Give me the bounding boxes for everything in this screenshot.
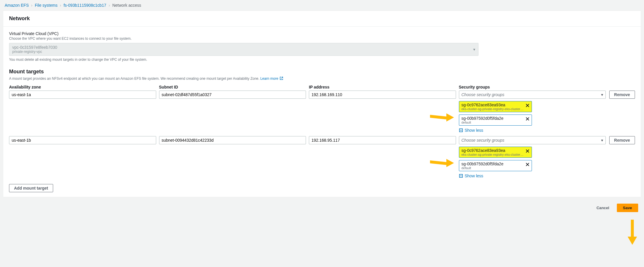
col-ip-header: IP address (309, 85, 456, 89)
vpc-selected-id: vpc-0c31597e8feeb7030 (12, 45, 469, 50)
collapse-icon (459, 128, 463, 132)
ip-input[interactable] (309, 91, 456, 99)
close-icon[interactable] (525, 117, 530, 121)
table-row: Choose security groups ▾ sg-0c9762ace83e… (9, 136, 635, 178)
security-group-chip: sg-0c9762ace83ea93ea eks-cluster-sg-priv… (459, 147, 532, 158)
chevron-right-icon: › (60, 3, 61, 8)
vpc-hint: You must delete all existing mount targe… (9, 58, 635, 62)
panel-title: Network (3, 11, 641, 27)
show-less-toggle[interactable]: Show less (459, 174, 606, 178)
mount-targets-desc-text: A mount target provides an NFSv4 endpoin… (9, 77, 259, 81)
learn-more-link[interactable]: Learn more (260, 77, 283, 81)
chip-desc: eks-cluster-sg-private-registry-eks-clus… (462, 153, 524, 156)
arrow-down-icon (628, 220, 637, 233)
chip-id: sg-0c9762ace83ea93ea (462, 103, 524, 107)
vpc-select-disabled: vpc-0c31597e8feeb7030 private-registry-v… (9, 43, 478, 56)
vpc-selected-name: private-registry-vpc (12, 50, 469, 54)
chevron-right-icon: › (31, 3, 32, 8)
close-icon[interactable] (525, 103, 530, 108)
breadcrumb-link[interactable]: fs-093b1115908c1cb17 (64, 3, 106, 8)
chip-id: sg-00b97592d0f5fda2e (462, 116, 524, 121)
az-input[interactable] (9, 91, 156, 99)
subnet-input[interactable] (159, 136, 306, 144)
breadcrumb-link[interactable]: Amazon EFS (5, 3, 29, 8)
show-less-label: Show less (465, 128, 483, 133)
chip-id: sg-0c9762ace83ea93ea (462, 148, 524, 153)
security-group-chip: sg-00b97592d0f5fda2e default (459, 115, 532, 126)
chip-desc: default (462, 121, 524, 124)
network-panel: Network Virtual Private Cloud (VPC) Choo… (3, 11, 641, 197)
chip-desc: default (462, 166, 524, 170)
close-icon[interactable] (525, 149, 530, 153)
security-group-chip: sg-00b97592d0f5fda2e default (459, 160, 532, 171)
breadcrumb-current: Network access (112, 3, 141, 8)
show-less-label: Show less (465, 174, 483, 178)
caret-down-icon: ▾ (601, 92, 603, 97)
breadcrumb-link[interactable]: File systems (35, 3, 58, 8)
vpc-sublabel: Choose the VPC where you want EC2 instan… (9, 37, 635, 41)
vpc-label: Virtual Private Cloud (VPC) (9, 31, 635, 36)
learn-more-label: Learn more (260, 77, 278, 81)
col-subnet-header: Subnet ID (159, 85, 306, 89)
table-row: Choose security groups ▾ sg-0c9762ace83e… (9, 91, 635, 133)
caret-down-icon: ▾ (601, 138, 603, 143)
remove-button[interactable]: Remove (609, 136, 635, 144)
footer-actions: Cancel Save (0, 200, 644, 216)
col-az-header: Availability zone (9, 85, 156, 89)
col-sg-header: Security groups (459, 85, 606, 89)
remove-button[interactable]: Remove (609, 91, 635, 99)
security-groups-combo[interactable]: Choose security groups ▾ (459, 136, 606, 144)
combo-placeholder: Choose security groups (462, 92, 504, 97)
caret-down-icon: ▾ (473, 47, 475, 52)
cancel-button[interactable]: Cancel (592, 204, 614, 212)
breadcrumb: Amazon EFS › File systems › fs-093b11159… (0, 0, 644, 11)
mount-targets-table: Availability zone Subnet ID IP address S… (9, 85, 635, 165)
mount-targets-desc: A mount target provides an NFSv4 endpoin… (9, 77, 635, 81)
combo-placeholder: Choose security groups (462, 138, 504, 143)
show-less-toggle[interactable]: Show less (459, 128, 606, 133)
mount-targets-heading: Mount targets (9, 69, 635, 75)
close-icon[interactable] (525, 162, 530, 167)
add-mount-target-button[interactable]: Add mount target (9, 184, 53, 192)
external-link-icon (280, 77, 283, 80)
ip-input[interactable] (309, 136, 456, 144)
security-group-chip: sg-0c9762ace83ea93ea eks-cluster-sg-priv… (459, 101, 532, 112)
chip-desc: eks-cluster-sg-private-registry-eks-clus… (462, 107, 524, 111)
save-button[interactable]: Save (617, 204, 638, 212)
subnet-input[interactable] (159, 91, 306, 99)
az-input[interactable] (9, 136, 156, 144)
chevron-right-icon: › (109, 3, 110, 8)
table-header-row: Availability zone Subnet ID IP address S… (9, 85, 635, 89)
collapse-icon (459, 174, 463, 178)
security-groups-combo[interactable]: Choose security groups ▾ (459, 91, 606, 99)
chip-id: sg-00b97592d0f5fda2e (462, 162, 524, 166)
